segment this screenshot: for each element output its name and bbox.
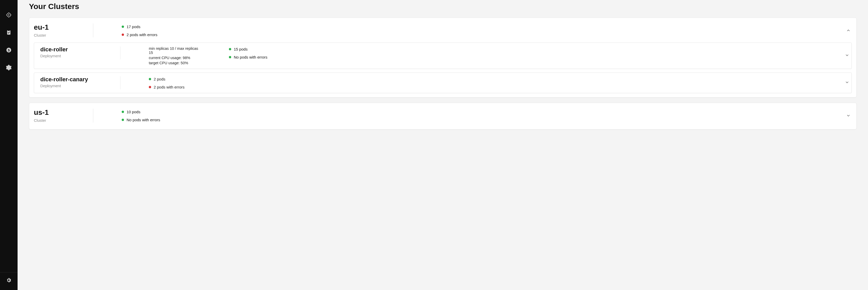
chevron-down-icon	[845, 54, 849, 58]
cluster-stats: 10 pods No pods with errors	[93, 109, 160, 122]
deployment-stats: 15 pods No pods with errors	[203, 46, 268, 59]
stat-errors: 2 pods with errors	[122, 33, 157, 37]
chevron-down-icon	[845, 81, 849, 85]
detail-line: min replicas 10 / max replicas 15	[149, 46, 203, 55]
stat-text: 2 pods with errors	[154, 85, 184, 89]
cluster-kind: Cluster	[34, 118, 88, 122]
deployment-name: dice-roller	[40, 46, 115, 52]
clipboard-check-icon	[6, 30, 11, 36]
stat-pods: 17 pods	[122, 25, 157, 29]
target-icon	[6, 12, 11, 19]
deployment-kind: Deployment	[40, 54, 115, 58]
expand-toggle[interactable]	[846, 113, 851, 119]
cluster-header[interactable]: eu-1 Cluster 17 pods 2 pods with errors	[34, 22, 852, 40]
graphql-icon	[6, 65, 11, 71]
svg-point-14	[8, 70, 9, 70]
cluster-name-block: us-1 Cluster	[34, 109, 93, 122]
stat-errors: 2 pods with errors	[149, 85, 203, 89]
status-dot-green	[122, 119, 124, 121]
nav-item-settings[interactable]	[4, 276, 14, 286]
cluster-card-eu-1: eu-1 Cluster 17 pods 2 pods with errors	[29, 17, 857, 98]
dollar-icon: $	[6, 47, 11, 54]
svg-point-12	[10, 66, 11, 67]
gear-icon	[6, 277, 11, 284]
svg-point-16	[6, 66, 7, 67]
nav-item-graphql[interactable]	[4, 63, 14, 73]
expand-toggle[interactable]	[845, 80, 849, 86]
cluster-name-block: eu-1 Cluster	[34, 24, 93, 37]
chevron-up-icon	[846, 29, 851, 34]
svg-point-15	[6, 68, 7, 69]
deployment-name-block: dice-roller Deployment	[40, 46, 120, 59]
status-dot-green	[229, 48, 231, 50]
status-dot-red	[122, 34, 124, 36]
stat-text: 10 pods	[127, 110, 140, 114]
page-title: Your Clusters	[29, 2, 857, 11]
svg-point-1	[8, 14, 9, 16]
deployment-details: min replicas 10 / max replicas 15 curren…	[120, 46, 203, 65]
cluster-name: us-1	[34, 109, 88, 117]
status-dot-green	[149, 78, 151, 80]
detail-line: current CPU usage: 98%	[149, 56, 203, 60]
stat-text: 15 pods	[234, 47, 247, 51]
deployment-name: dice-roller-canary	[40, 76, 115, 82]
stat-text: No pods with errors	[127, 118, 160, 122]
svg-point-11	[8, 65, 9, 66]
stat-text: 2 pods with errors	[127, 33, 157, 37]
deployment-card-dice-roller[interactable]: dice-roller Deployment min replicas 10 /…	[34, 43, 852, 69]
chevron-down-icon	[846, 114, 851, 119]
deployment-kind: Deployment	[40, 83, 115, 88]
svg-point-13	[10, 68, 11, 69]
deployment-card-dice-roller-canary[interactable]: dice-roller-canary Deployment 2 pods 2 p…	[34, 73, 852, 93]
cluster-stats: 17 pods 2 pods with errors	[93, 24, 157, 37]
status-dot-red	[149, 86, 151, 88]
stat-pods: 15 pods	[229, 47, 268, 51]
deployment-stats: 2 pods 2 pods with errors	[120, 76, 203, 89]
cluster-kind: Cluster	[34, 33, 88, 37]
cluster-name: eu-1	[34, 24, 88, 32]
deployment-name-block: dice-roller-canary Deployment	[40, 76, 120, 89]
nav-item-billing[interactable]: $	[4, 45, 14, 56]
cluster-header[interactable]: us-1 Cluster 10 pods No pods with errors	[34, 107, 852, 125]
cluster-card-us-1: us-1 Cluster 10 pods No pods with errors	[29, 103, 857, 130]
svg-text:$: $	[8, 48, 9, 52]
status-dot-green	[122, 111, 124, 113]
stat-errors: No pods with errors	[122, 118, 160, 122]
stat-errors: No pods with errors	[229, 55, 268, 59]
svg-rect-7	[8, 30, 9, 31]
stat-text: 17 pods	[127, 25, 140, 29]
stat-pods: 2 pods	[149, 77, 203, 81]
status-dot-green	[122, 26, 124, 28]
main-content: Your Clusters eu-1 Cluster 17 pods 2 pod…	[18, 0, 868, 290]
stat-text: No pods with errors	[234, 55, 268, 59]
svg-rect-6	[7, 30, 10, 35]
deployments-list: dice-roller Deployment min replicas 10 /…	[34, 43, 852, 93]
status-dot-green	[229, 56, 231, 58]
sidebar: $	[0, 0, 18, 290]
stat-text: 2 pods	[154, 77, 165, 81]
stat-pods: 10 pods	[122, 110, 160, 114]
collapse-toggle[interactable]	[846, 28, 851, 34]
expand-toggle[interactable]	[845, 53, 849, 59]
nav-item-clipboard[interactable]	[4, 28, 14, 38]
detail-line: target CPU usage: 50%	[149, 61, 203, 65]
nav-item-target[interactable]	[4, 10, 14, 21]
